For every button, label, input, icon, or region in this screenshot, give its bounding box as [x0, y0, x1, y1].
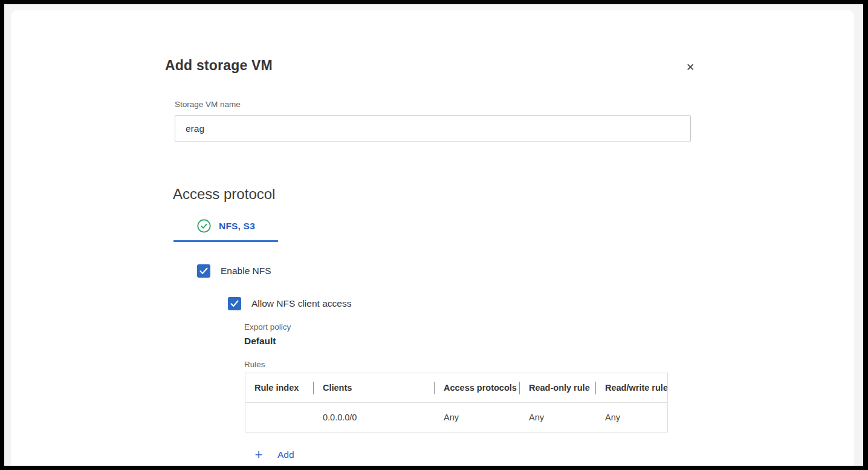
check-icon [230, 300, 239, 307]
cell-access-protocols: Any [435, 403, 520, 432]
tab-active-underline [173, 240, 278, 242]
header-read-only-rule: Read-only rule [520, 373, 596, 402]
cell-read-write-rule: Any [596, 403, 667, 432]
allow-nfs-client-access-checkbox[interactable] [228, 297, 241, 310]
tab-nfs-s3[interactable]: NFS, S3 [197, 219, 255, 233]
header-clients: Clients [314, 373, 435, 402]
tab-nfs-s3-label: NFS, S3 [219, 221, 255, 232]
check-circle-icon [197, 219, 211, 233]
header-rule-index: Rule index [245, 373, 314, 402]
dialog-title: Add storage VM [165, 57, 273, 74]
check-icon [199, 267, 208, 275]
export-policy-value: Default [244, 336, 276, 347]
storage-vm-name-input[interactable] [175, 115, 691, 142]
export-policy-label: Export policy [244, 322, 291, 331]
add-rule-label: Add [277, 449, 294, 460]
close-icon: ✕ [686, 61, 695, 74]
cell-rule-index [245, 403, 314, 432]
enable-nfs-row: Enable NFS [197, 264, 271, 278]
cell-clients: 0.0.0.0/0 [314, 403, 435, 432]
cell-read-only-rule: Any [520, 403, 596, 432]
header-read-write-rule: Read/write rule [596, 373, 667, 402]
page-background: Add storage VM ✕ Storage VM name Access … [4, 4, 863, 466]
add-rule-button[interactable]: + Add [253, 448, 294, 462]
access-protocol-heading: Access protocol [173, 186, 275, 203]
export-policy-rules-table: Rule index Clients Access protocols Read… [245, 373, 668, 432]
allow-nfs-client-access-row: Allow NFS client access [228, 297, 351, 310]
rules-table-header-row: Rule index Clients Access protocols Read… [245, 373, 667, 403]
plus-icon: + [253, 448, 265, 462]
close-button[interactable]: ✕ [682, 59, 699, 76]
add-storage-vm-dialog: Add storage VM ✕ Storage VM name Access … [11, 10, 854, 466]
allow-nfs-client-access-label: Allow NFS client access [251, 298, 351, 309]
enable-nfs-label: Enable NFS [221, 266, 271, 276]
header-access-protocols: Access protocols [435, 373, 520, 402]
rules-label: Rules [244, 360, 265, 369]
enable-nfs-checkbox[interactable] [197, 264, 210, 278]
table-row[interactable]: 0.0.0.0/0 Any Any Any [245, 403, 667, 432]
storage-vm-name-label: Storage VM name [175, 100, 241, 109]
